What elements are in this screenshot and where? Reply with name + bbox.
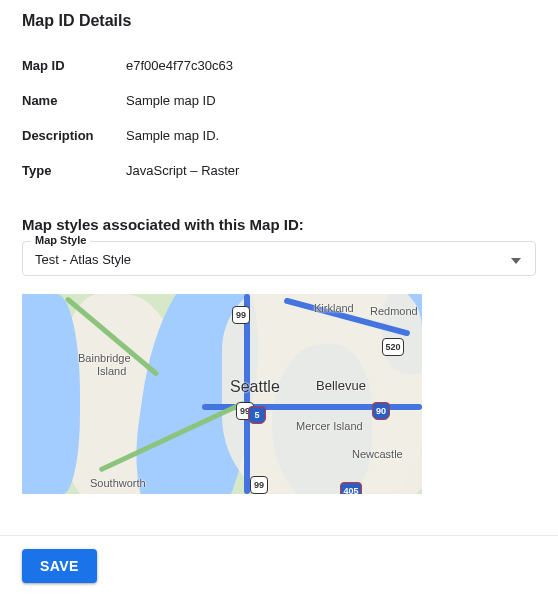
chevron-down-icon xyxy=(511,251,521,267)
detail-label: Description xyxy=(22,128,126,143)
styles-heading: Map styles associated with this Map ID: xyxy=(22,216,536,233)
map-label-southworth: Southworth xyxy=(90,477,146,489)
save-button[interactable]: SAVE xyxy=(22,549,97,583)
map-label-redmond: Redmond xyxy=(370,305,418,317)
details-table: Map ID e7f00e4f77c30c63 Name Sample map … xyxy=(22,48,536,188)
map-label-kirkland: Kirkland xyxy=(314,302,354,314)
route-shield-99: 99 xyxy=(250,476,268,494)
page-title: Map ID Details xyxy=(22,12,536,30)
detail-value: JavaScript – Raster xyxy=(126,163,239,178)
route-shield-520: 520 xyxy=(382,338,404,356)
select-label: Map Style xyxy=(31,234,90,246)
detail-row-description: Description Sample map ID. xyxy=(22,118,536,153)
map-preview: Seattle Bellevue Kirkland Redmond Bainbr… xyxy=(22,294,422,494)
map-label-bainbridge: Bainbridge xyxy=(78,352,131,364)
map-label-island: Island xyxy=(97,365,126,377)
route-shield-99: 99 xyxy=(232,306,250,324)
map-label-newcastle: Newcastle xyxy=(352,448,403,460)
route-shield-i90: 90 xyxy=(372,402,390,420)
map-style-select[interactable]: Map Style Test - Atlas Style xyxy=(22,241,536,276)
detail-value: Sample map ID xyxy=(126,93,216,108)
detail-label: Map ID xyxy=(22,58,126,73)
route-shield-i5: 5 xyxy=(248,406,266,424)
footer-bar: SAVE xyxy=(0,535,558,596)
select-value: Test - Atlas Style xyxy=(35,252,523,267)
map-label-mercer: Mercer Island xyxy=(296,420,363,432)
detail-row-map-id: Map ID e7f00e4f77c30c63 xyxy=(22,48,536,83)
detail-value: Sample map ID. xyxy=(126,128,219,143)
map-label-seattle: Seattle xyxy=(230,378,280,396)
map-label-bellevue: Bellevue xyxy=(316,378,366,393)
detail-row-type: Type JavaScript – Raster xyxy=(22,153,536,188)
detail-label: Type xyxy=(22,163,126,178)
detail-value: e7f00e4f77c30c63 xyxy=(126,58,233,73)
detail-label: Name xyxy=(22,93,126,108)
detail-row-name: Name Sample map ID xyxy=(22,83,536,118)
route-shield-i405: 405 xyxy=(340,482,362,494)
